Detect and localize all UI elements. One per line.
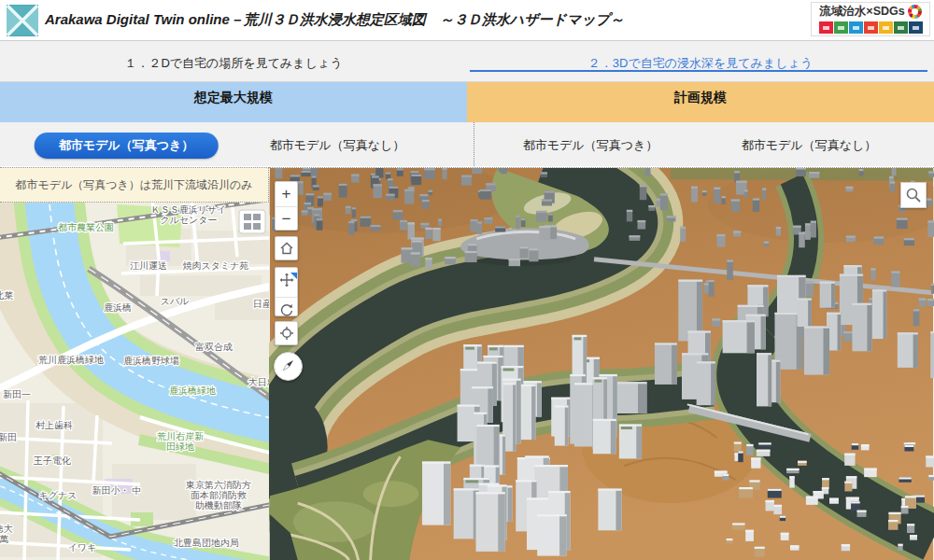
map-label: イワキ xyxy=(68,542,97,553)
sdg-goal-tile xyxy=(849,21,863,34)
arakawa-digital-twin-logo-icon xyxy=(7,5,38,36)
map-label: 鹿浜橋 xyxy=(104,302,132,313)
map-label: 新田 xyxy=(0,432,17,442)
app-window: Arakawa Digital Twin online－荒川３Ｄ洪水浸水想定区域… xyxy=(0,0,934,560)
home-button[interactable] xyxy=(275,236,298,260)
flood-scale-bands: 想定最大規模 計画規模 xyxy=(0,82,934,122)
locate-button[interactable] xyxy=(275,321,298,345)
sdg-goal-tile xyxy=(894,21,908,34)
map-label: 王子電化 xyxy=(33,455,71,466)
sdg-goal-tile xyxy=(819,21,833,34)
sdg-goal-tiles xyxy=(814,21,927,34)
map-label: スバル xyxy=(161,296,190,306)
map-2d[interactable]: ＫＳＳ鹿浜リサイクルセンター都市農業公園江川運送焼肉スタミナ苑スバル日産プ鹿浜橋… xyxy=(0,203,269,560)
pan-active-indicator xyxy=(290,273,297,279)
sdgs-wheel-icon xyxy=(908,5,922,19)
sdg-goal-tile xyxy=(834,21,848,34)
locate-icon xyxy=(279,326,294,341)
sdgs-badge: 流域治水×SDGs xyxy=(811,2,930,36)
map-3d-viewport[interactable]: + − xyxy=(269,167,934,560)
band-divider xyxy=(474,122,474,166)
map-label: 新田一 xyxy=(3,389,31,399)
map-label: 東京第六消防方面本部消防救助機動部隊 xyxy=(185,480,251,511)
map-label: キグナス xyxy=(39,490,78,500)
rotate-icon xyxy=(279,302,294,317)
zoom-in-button[interactable]: + xyxy=(276,182,297,207)
model-buttons-row: 都市モデル（写真つき）都市モデル（写真なし）都市モデル（写真つき）都市モデル（写… xyxy=(0,122,934,166)
map-label: 荒川鹿浜橋緑地 xyxy=(38,355,104,365)
map-label: 大日精化 xyxy=(248,377,269,387)
map-label: ＫＳＳ鹿浜リサイクルセンター xyxy=(151,204,227,225)
search-button[interactable] xyxy=(900,182,927,208)
map-label: 日産プ xyxy=(253,299,269,309)
home-icon xyxy=(279,241,294,256)
sdgs-badge-label: 流域治水×SDGs xyxy=(819,4,904,20)
model-button-4[interactable]: 都市モデル（写真なし） xyxy=(742,137,877,154)
map-label: 新田小・ 中 xyxy=(92,485,142,496)
model-button-2[interactable]: 都市モデル（写真なし） xyxy=(270,137,405,154)
map-label: 北豊島団地内局 xyxy=(174,538,239,548)
step-tabs-bar: １．２Dで自宅の場所を見てみましょう ２．3Dで自宅の浸水深を見てみましょう xyxy=(0,41,934,82)
map-label: 焼肉スタミナ苑 xyxy=(183,260,249,271)
map-type-control[interactable] xyxy=(239,210,265,233)
compass-button[interactable] xyxy=(274,352,303,381)
zoom-out-button[interactable]: − xyxy=(276,207,297,231)
map-label: 都市農業公園 xyxy=(58,222,114,232)
model-button-1[interactable]: 都市モデル（写真つき） xyxy=(35,133,219,159)
zoom-control: + − xyxy=(275,181,298,231)
map-label: 富双合成 xyxy=(195,342,233,352)
map-label: 江川運送 xyxy=(130,260,167,271)
sdg-goal-tile xyxy=(879,21,893,34)
sdg-goal-tile xyxy=(864,21,878,34)
map-label: 村上歯科 xyxy=(35,420,73,430)
pan-rotate-control xyxy=(275,267,298,316)
band-planned-scale: 計画規模 xyxy=(467,82,934,122)
active-tab-underline xyxy=(470,70,927,72)
pan-button[interactable] xyxy=(276,273,297,298)
search-icon xyxy=(905,187,922,203)
band-max-scale: 想定最大規模 xyxy=(0,82,467,122)
sdg-goal-tile xyxy=(909,21,923,34)
model-button-3[interactable]: 都市モデル（写真つき） xyxy=(523,137,658,154)
compass-icon xyxy=(279,357,297,374)
map-label: 北菜 xyxy=(0,290,13,301)
scene-3d xyxy=(269,168,934,560)
header-bar: Arakawa Digital Twin online－荒川３Ｄ洪水浸水想定区域… xyxy=(0,0,934,41)
page-title: Arakawa Digital Twin online－荒川３Ｄ洪水浸水想定区域… xyxy=(45,11,624,29)
model-coverage-note: 都市モデル（写真つき）は荒川下流域沿川のみ xyxy=(0,167,269,203)
map-label: 鹿浜橋緑地 xyxy=(169,385,216,396)
tab-2d-step[interactable]: １．２Dで自宅の場所を見てみましょう xyxy=(0,55,467,72)
map-label: 鹿浜橋野球場 xyxy=(123,356,179,366)
